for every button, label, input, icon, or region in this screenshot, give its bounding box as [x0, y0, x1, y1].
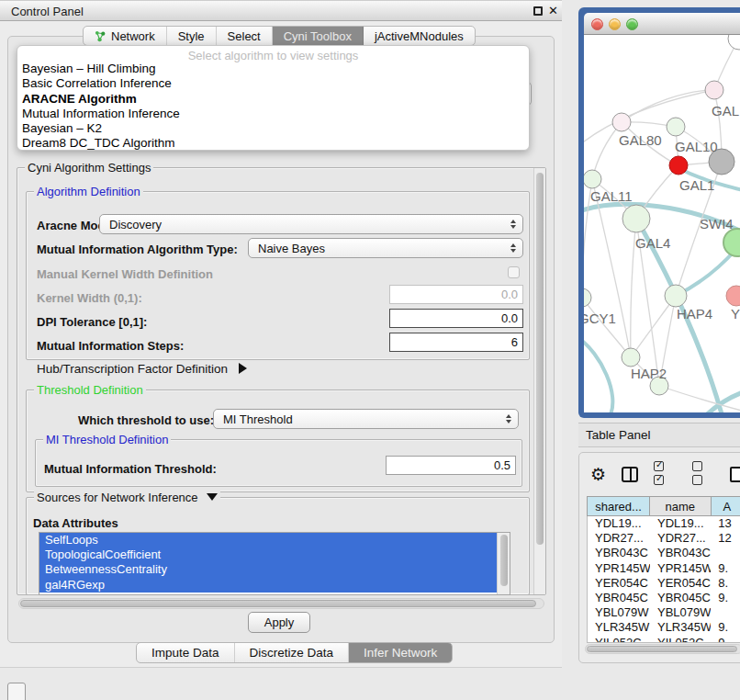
tab-select[interactable]: Select: [217, 27, 273, 45]
network-node[interactable]: [612, 113, 631, 131]
tab-label: Select: [228, 29, 261, 43]
table-column-header[interactable]: shared...: [588, 497, 650, 515]
network-node[interactable]: [665, 285, 687, 307]
network-view-window[interactable]: GALGAL80GAL10GAL1GAL11GAL4SWI4HAP4YGCY1H…: [578, 7, 740, 418]
hub-definition-expander[interactable]: Hub/Transcription Factor Definition: [37, 362, 247, 376]
control-panel-title: Control Panel: [11, 5, 84, 18]
tab-cyni-toolbox[interactable]: Cyni Toolbox: [273, 27, 364, 45]
mac-close-icon[interactable]: [591, 18, 603, 30]
document-icon[interactable]: [730, 467, 740, 482]
mi-algorithm-type-combo[interactable]: Naive Bayes: [248, 238, 523, 258]
node-table[interactable]: shared...nameA YDL19...YDL19...13YDR27..…: [587, 496, 740, 643]
data-attribute-item[interactable]: gal4RGexp: [39, 578, 510, 593]
cyni-settings-frame-title: Cyni Algorithm Settings: [25, 161, 153, 175]
network-node[interactable]: [728, 35, 740, 50]
table-hscrollbar-track[interactable]: [585, 644, 740, 654]
table-panel-titlebar[interactable]: Table Panel: [578, 423, 740, 447]
algorithm-option[interactable]: ARACNE Algorithm: [17, 92, 529, 107]
deselect-all-columns-icon[interactable]: [692, 460, 715, 488]
data-attribute-item[interactable]: SelfLoops: [39, 533, 510, 548]
table-column-header[interactable]: A: [712, 497, 740, 515]
manual-kernel-checkbox[interactable]: [508, 266, 520, 278]
table-row[interactable]: YBR045CYBR045C9.: [588, 591, 740, 605]
table-column-header[interactable]: name: [650, 497, 711, 515]
data-attribute-item[interactable]: BetweennessCentrality: [39, 562, 510, 577]
bottom-tab-impute-data[interactable]: Impute Data: [137, 643, 235, 662]
control-panel-titlebar[interactable]: Control Panel ✕: [0, 0, 562, 21]
hub-definition-label: Hub/Transcription Factor Definition: [37, 362, 228, 376]
table-cell: YBR045C: [650, 591, 711, 605]
settings-scrollbar-thumb[interactable]: [536, 173, 544, 545]
mi-threshold-label: Mutual Information Threshold:: [44, 462, 217, 476]
collapse-down-icon[interactable]: [207, 493, 218, 501]
algorithm-option[interactable]: Bayesian – K2: [17, 121, 529, 136]
tab-style[interactable]: Style: [167, 27, 217, 45]
expand-right-icon[interactable]: [239, 363, 247, 374]
network-node-label: HAP2: [631, 366, 667, 381]
network-node[interactable]: [667, 118, 685, 136]
mac-minimize-icon[interactable]: [609, 18, 621, 30]
settings-scrollbar-track[interactable]: [533, 168, 545, 594]
tab-label: Cyni Toolbox: [284, 29, 352, 43]
close-window-icon[interactable]: ✕: [548, 4, 558, 17]
select-all-columns-icon[interactable]: [654, 460, 677, 488]
network-node[interactable]: [584, 288, 591, 307]
network-node[interactable]: [622, 348, 640, 367]
table-row[interactable]: YBR043CYBR043C: [588, 546, 740, 560]
table-cell: YBR043C: [588, 546, 650, 560]
mac-zoom-icon[interactable]: [626, 18, 638, 30]
algorithm-option[interactable]: Basic Correlation Inference: [17, 76, 529, 91]
bottom-tab-infer-network[interactable]: Infer Network: [349, 643, 452, 662]
algorithm-option[interactable]: Dream8 DC_TDC Algorithm: [17, 136, 529, 151]
network-node-label: GAL1: [679, 177, 714, 193]
table-hscrollbar-thumb[interactable]: [587, 646, 737, 652]
which-threshold-combo[interactable]: MI Threshold: [213, 409, 519, 429]
mi-threshold-field[interactable]: 0.5: [386, 456, 516, 475]
settings-hscrollbar-track[interactable]: [18, 598, 544, 609]
mi-algorithm-type-label: Mutual Information Algorithm Type:: [37, 243, 238, 256]
tab-jactivemnodules[interactable]: jActiveMNodules: [364, 27, 475, 45]
dpi-tolerance-field[interactable]: 0.0: [389, 309, 523, 328]
data-attribute-item[interactable]: TopologicalCoefficient: [39, 548, 510, 562]
table-row[interactable]: YBL079WYBL079W: [588, 605, 740, 620]
network-node[interactable]: [705, 81, 723, 99]
table-cell: YPR145W: [650, 561, 711, 576]
algorithm-option[interactable]: Mutual Information Inference: [17, 107, 529, 121]
network-canvas[interactable]: GALGAL80GAL10GAL1GAL11GAL4SWI4HAP4YGCY1H…: [584, 35, 740, 412]
tab-network[interactable]: Network: [84, 27, 167, 45]
network-node[interactable]: [584, 170, 601, 188]
network-graph[interactable]: GALGAL80GAL10GAL1GAL11GAL4SWI4HAP4YGCY1H…: [584, 35, 740, 412]
table-cell: YBL079W: [588, 605, 650, 620]
attributes-scrollbar-thumb[interactable]: [500, 535, 508, 586]
float-window-icon[interactable]: [533, 6, 543, 16]
network-node[interactable]: [723, 229, 740, 256]
network-node[interactable]: [726, 286, 740, 306]
aracne-mode-combo[interactable]: Discovery: [99, 214, 523, 234]
network-node-label: GAL10: [675, 139, 718, 154]
table-row[interactable]: YIL052CYIL052C9: [588, 636, 740, 644]
table-row[interactable]: YPR145WYPR145W9.: [588, 561, 740, 576]
table-cell: YDL19...: [650, 516, 711, 531]
network-node[interactable]: [622, 205, 650, 232]
network-node[interactable]: [669, 156, 688, 175]
attributes-scrollbar-track[interactable]: [497, 533, 510, 594]
apply-button[interactable]: Apply: [248, 612, 310, 633]
settings-hscrollbar-thumb[interactable]: [20, 600, 536, 607]
minimized-panel-icon[interactable]: [7, 683, 26, 700]
bottom-tab-discretize-data[interactable]: Discretize Data: [235, 643, 350, 662]
network-node-label: GAL80: [619, 132, 662, 148]
table-row[interactable]: YDR27...YDR27...12: [588, 531, 740, 546]
mi-steps-field[interactable]: 6: [389, 333, 523, 352]
table-row[interactable]: YDL19...YDL19...13: [588, 516, 740, 531]
network-node-label: Y: [731, 306, 740, 322]
data-attributes-list[interactable]: SelfLoopsTopologicalCoefficientBetweenne…: [39, 532, 510, 595]
network-window-titlebar[interactable]: [584, 13, 740, 35]
table-row[interactable]: YLR345WYLR345W9.: [588, 620, 740, 635]
kernel-width-field[interactable]: 0.0: [389, 285, 523, 304]
columns-icon[interactable]: [622, 467, 638, 482]
network-edge[interactable]: [584, 338, 612, 412]
network-edge[interactable]: [622, 90, 714, 122]
algorithm-option[interactable]: Bayesian – Hill Climbing: [17, 62, 529, 76]
gear-icon[interactable]: ⚙: [590, 466, 606, 483]
table-row[interactable]: YER054CYER054C8.: [588, 576, 740, 591]
